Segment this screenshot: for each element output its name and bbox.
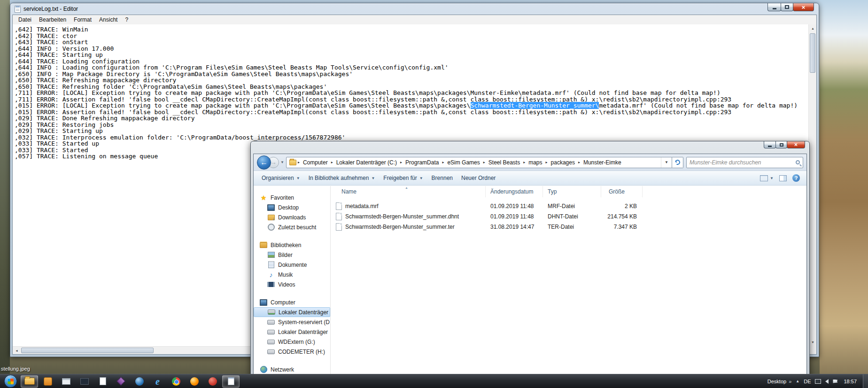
maximize-button[interactable] xyxy=(775,141,787,148)
table-row[interactable]: Schwarmstedt-Bergen-Munster_summer.dhnt0… xyxy=(331,211,806,222)
help-button[interactable]: ? xyxy=(792,174,800,182)
history-dropdown-icon[interactable]: ▼ xyxy=(279,160,286,164)
sidebar-item-label: System-reserviert (D xyxy=(278,319,330,326)
preview-pane-button[interactable] xyxy=(779,175,787,181)
address-dropdown-icon[interactable]: ▼ xyxy=(661,157,672,168)
vertical-scroll-thumb[interactable] xyxy=(810,33,815,73)
close-button[interactable]: × xyxy=(793,3,814,11)
breadcrumb-segment[interactable]: Lokaler Datenträger (C:) xyxy=(333,158,400,167)
taskbar-app-app-document-icon[interactable] xyxy=(94,375,111,388)
clock[interactable]: 18:57 xyxy=(842,379,859,384)
maximize-button[interactable] xyxy=(781,3,793,11)
scroll-left-icon[interactable]: ◄ xyxy=(13,347,21,355)
table-row[interactable]: Schwarmstedt-Bergen-Munster_summer.ter31… xyxy=(331,222,806,232)
column-header-gre[interactable]: Größe xyxy=(601,186,643,197)
explorer-titlebar[interactable] xyxy=(251,141,809,154)
sidebar-item-lokaler-datenträger[interactable]: Lokaler Datenträger xyxy=(254,327,330,337)
chevron-right-icon[interactable]: » xyxy=(789,379,791,384)
taskbar-app-firefox-icon[interactable] xyxy=(186,375,203,388)
menu-item-[interactable]: ? xyxy=(121,16,132,24)
sidebar-item-lokaler-datenträger[interactable]: Lokaler Datenträger xyxy=(254,307,330,317)
taskbar: e Desktop » ▲ DE 18:57 xyxy=(0,374,868,388)
toolbar-button-in-bibliothek-aufnehmen[interactable]: In Bibliothek aufnehmen▼ xyxy=(304,173,380,183)
speaker-icon[interactable] xyxy=(825,379,829,384)
taskbar-app-internet-explorer-icon[interactable]: e xyxy=(149,375,166,388)
sidebar-item-bibliotheken[interactable]: Bibliotheken xyxy=(254,240,330,250)
breadcrumb-segment[interactable]: eSim Games xyxy=(444,158,482,167)
column-header-typ[interactable]: Typ xyxy=(543,186,601,197)
taskbar-app-chrome-icon[interactable] xyxy=(167,375,185,388)
column-header-nderungsdatum[interactable]: Änderungsdatum xyxy=(486,186,543,197)
search-input[interactable]: Munster-Eimke durchsuchen xyxy=(686,157,803,168)
address-bar[interactable]: ▸Computer▸Lokaler Datenträger (C:)▸Progr… xyxy=(286,157,672,168)
sidebar-item-codemeter-h-[interactable]: CODEMETER (H:) xyxy=(254,347,330,357)
desktop-toolbar[interactable]: Desktop » xyxy=(767,379,791,384)
taskbar-app-app-purple-diamond-icon[interactable] xyxy=(112,375,130,388)
sidebar-item-desktop[interactable]: Desktop xyxy=(254,202,330,212)
star-icon xyxy=(260,194,267,201)
show-hidden-icons-button[interactable]: ▲ xyxy=(796,379,799,383)
menu-item-ansicht[interactable]: Ansicht xyxy=(95,16,121,24)
action-center-icon[interactable] xyxy=(833,380,837,383)
network-icon[interactable] xyxy=(815,379,821,384)
column-header-name[interactable]: Name xyxy=(331,186,486,197)
sidebar-item-downloads[interactable]: Downloads xyxy=(254,212,330,222)
system-tray: Desktop » ▲ DE 18:57 xyxy=(767,374,868,388)
menu-item-bearbeiten[interactable]: Bearbeiten xyxy=(35,16,70,24)
taskbar-app-notepad-icon[interactable] xyxy=(222,375,240,388)
close-button[interactable]: × xyxy=(787,141,805,148)
sidebar-item-videos[interactable]: Videos xyxy=(254,279,330,289)
taskbar-app-windows-explorer-icon[interactable] xyxy=(21,375,38,388)
sidebar-item-zuletzt-besucht[interactable]: Zuletzt besucht xyxy=(254,222,330,232)
scroll-down-icon[interactable]: ▼ xyxy=(809,338,817,346)
back-button[interactable]: ← xyxy=(257,155,271,170)
menu-item-datei[interactable]: Datei xyxy=(15,16,35,24)
sidebar-item-system-reserviert-d[interactable]: System-reserviert (D xyxy=(254,317,330,327)
minimize-button[interactable] xyxy=(767,3,781,11)
refresh-button[interactable] xyxy=(672,157,683,168)
close-icon: × xyxy=(794,142,798,147)
command-toolbar: Organisieren▼In Bibliothek aufnehmen▼Fre… xyxy=(254,171,806,186)
breadcrumb-segment[interactable]: maps xyxy=(526,158,545,167)
taskbar-app-app-orange-icon[interactable] xyxy=(39,375,56,388)
explorer-client-area: ← → ▼ ▸Computer▸Lokaler Datenträger (C:)… xyxy=(253,154,807,388)
app-document-icon xyxy=(100,377,106,385)
notepad-titlebar[interactable]: serviceLog.txt - Editor xyxy=(10,3,819,15)
taskbar-app-app-dark-console-icon[interactable] xyxy=(76,375,93,388)
sidebar-item-dokumente[interactable]: Dokumente xyxy=(254,260,330,270)
views-icon xyxy=(760,175,768,181)
breadcrumb-segment[interactable]: packages xyxy=(548,158,578,167)
scroll-up-icon[interactable]: ▲ xyxy=(809,24,817,32)
breadcrumb-segment[interactable]: Munster-Eimke xyxy=(581,158,624,167)
show-desktop-button[interactable] xyxy=(863,374,868,388)
sidebar-item-netzwerk[interactable]: Netzwerk xyxy=(254,365,330,374)
breadcrumb-segment[interactable]: Steel Beasts xyxy=(486,158,523,167)
sidebar-item-computer[interactable]: Computer xyxy=(254,297,330,307)
table-row[interactable]: metadata.mrf01.09.2019 11:48MRF-Datei2 K… xyxy=(331,201,806,211)
search-icon[interactable] xyxy=(796,160,800,164)
documents-icon xyxy=(267,261,275,268)
toolbar-button-freigeben-für[interactable]: Freigeben für▼ xyxy=(379,173,427,183)
sidebar-item-bilder[interactable]: Bilder xyxy=(254,250,330,260)
desktop-icon-label[interactable]: stellung.jpeg xyxy=(1,366,30,372)
taskbar-app-app-red-circle-icon[interactable] xyxy=(204,375,221,388)
taskbar-app-app-window-icon[interactable] xyxy=(57,375,75,388)
toolbar-button-neuer-ordner[interactable]: Neuer Ordner xyxy=(457,173,500,183)
maximize-icon xyxy=(780,143,783,147)
toolbar-button-brennen[interactable]: Brennen xyxy=(427,173,457,183)
taskbar-app-app-blue-sphere-icon[interactable] xyxy=(131,375,148,388)
sidebar-item-musik[interactable]: Musik xyxy=(254,270,330,279)
breadcrumb-segment[interactable]: ProgramData xyxy=(403,158,442,167)
folder-icon[interactable] xyxy=(289,160,296,165)
sidebar-item-favoriten[interactable]: Favoriten xyxy=(254,193,330,202)
breadcrumb-segment[interactable]: Computer xyxy=(300,158,331,167)
internet-explorer-icon: e xyxy=(155,377,160,386)
start-button[interactable] xyxy=(4,375,17,388)
change-view-button[interactable]: ▼ xyxy=(760,175,774,181)
menu-item-format[interactable]: Format xyxy=(70,16,95,24)
sidebar-item-wdextern-g-[interactable]: WDExtern (G:) xyxy=(254,337,330,347)
language-indicator[interactable]: DE xyxy=(804,379,811,384)
horizontal-scroll-thumb[interactable] xyxy=(21,348,154,353)
minimize-button[interactable] xyxy=(764,141,776,148)
toolbar-button-organisieren[interactable]: Organisieren▼ xyxy=(257,173,304,183)
